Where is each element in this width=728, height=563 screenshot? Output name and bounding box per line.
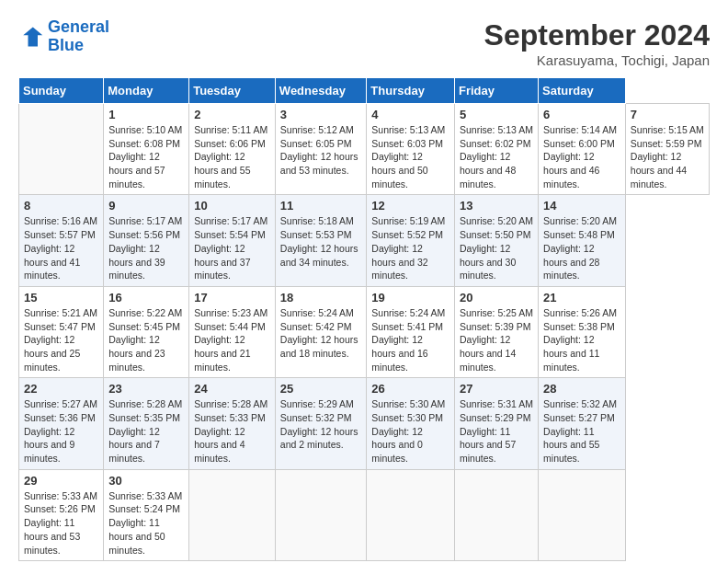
- header-tuesday: Tuesday: [189, 78, 276, 104]
- calendar-cell: 15Sunrise: 5:21 AMSunset: 5:47 PMDayligh…: [19, 286, 104, 377]
- day-number: 8: [24, 199, 98, 213]
- calendar-cell: 21Sunrise: 5:26 AMSunset: 5:38 PMDayligh…: [539, 286, 626, 377]
- calendar-cell: 11Sunrise: 5:18 AMSunset: 5:53 PMDayligh…: [275, 195, 367, 286]
- day-detail: Sunrise: 5:31 AMSunset: 5:29 PMDaylight:…: [460, 398, 533, 464]
- calendar-cell: 2Sunrise: 5:11 AMSunset: 6:06 PMDaylight…: [189, 104, 276, 195]
- svg-marker-0: [23, 27, 42, 46]
- day-number: 13: [460, 199, 533, 213]
- day-detail: Sunrise: 5:13 AMSunset: 6:02 PMDaylight:…: [460, 124, 533, 190]
- day-number: 12: [371, 199, 449, 213]
- day-number: 20: [460, 291, 533, 304]
- day-detail: Sunrise: 5:20 AMSunset: 5:50 PMDaylight:…: [460, 215, 533, 281]
- day-detail: Sunrise: 5:12 AMSunset: 6:05 PMDaylight:…: [280, 124, 358, 176]
- calendar-cell: 23Sunrise: 5:28 AMSunset: 5:35 PMDayligh…: [104, 378, 189, 469]
- day-number: 6: [543, 108, 620, 121]
- calendar-cell: 30Sunrise: 5:33 AMSunset: 5:24 PMDayligh…: [104, 469, 189, 560]
- day-number: 29: [24, 474, 98, 488]
- logo-text: General Blue: [48, 18, 109, 55]
- calendar-cell: [454, 469, 538, 560]
- header-monday: Monday: [104, 78, 189, 104]
- logo-line1: General: [48, 17, 109, 36]
- day-detail: Sunrise: 5:26 AMSunset: 5:38 PMDaylight:…: [543, 307, 617, 373]
- calendar-cell: 18Sunrise: 5:24 AMSunset: 5:42 PMDayligh…: [275, 286, 367, 377]
- day-detail: Sunrise: 5:33 AMSunset: 5:26 PMDaylight:…: [24, 490, 97, 556]
- day-detail: Sunrise: 5:18 AMSunset: 5:53 PMDaylight:…: [280, 215, 358, 267]
- calendar-cell: 19Sunrise: 5:24 AMSunset: 5:41 PMDayligh…: [367, 286, 455, 377]
- header-friday: Friday: [454, 78, 538, 104]
- title-block: September 2024 Karasuyama, Tochigi, Japa…: [484, 18, 710, 68]
- day-detail: Sunrise: 5:25 AMSunset: 5:39 PMDaylight:…: [460, 307, 533, 373]
- calendar-cell: 1Sunrise: 5:10 AMSunset: 6:08 PMDaylight…: [104, 104, 189, 195]
- day-detail: Sunrise: 5:23 AMSunset: 5:44 PMDaylight:…: [194, 307, 267, 373]
- page-header: General Blue September 2024 Karasuyama, …: [18, 18, 710, 68]
- calendar-cell: 27Sunrise: 5:31 AMSunset: 5:29 PMDayligh…: [454, 378, 538, 469]
- calendar-cell: 10Sunrise: 5:17 AMSunset: 5:54 PMDayligh…: [189, 195, 276, 286]
- calendar-week-row: 15Sunrise: 5:21 AMSunset: 5:47 PMDayligh…: [19, 286, 710, 377]
- day-detail: Sunrise: 5:22 AMSunset: 5:45 PMDaylight:…: [108, 307, 182, 373]
- day-detail: Sunrise: 5:28 AMSunset: 5:33 PMDaylight:…: [194, 398, 267, 464]
- day-detail: Sunrise: 5:10 AMSunset: 6:08 PMDaylight:…: [108, 124, 182, 190]
- calendar-cell: 14Sunrise: 5:20 AMSunset: 5:48 PMDayligh…: [539, 195, 626, 286]
- calendar-header-row: SundayMondayTuesdayWednesdayThursdayFrid…: [19, 78, 710, 104]
- calendar-cell: 6Sunrise: 5:14 AMSunset: 6:00 PMDaylight…: [539, 104, 626, 195]
- day-detail: Sunrise: 5:24 AMSunset: 5:42 PMDaylight:…: [280, 307, 358, 359]
- day-number: 2: [194, 108, 270, 121]
- calendar-week-row: 29Sunrise: 5:33 AMSunset: 5:26 PMDayligh…: [19, 469, 710, 560]
- calendar-cell: 24Sunrise: 5:28 AMSunset: 5:33 PMDayligh…: [189, 378, 276, 469]
- day-number: 21: [543, 291, 620, 304]
- day-detail: Sunrise: 5:15 AMSunset: 5:59 PMDaylight:…: [631, 124, 704, 190]
- logo: General Blue: [18, 18, 109, 55]
- day-detail: Sunrise: 5:11 AMSunset: 6:06 PMDaylight:…: [194, 124, 267, 190]
- calendar-cell: 22Sunrise: 5:27 AMSunset: 5:36 PMDayligh…: [19, 378, 104, 469]
- day-number: 26: [371, 382, 449, 396]
- calendar-cell: 25Sunrise: 5:29 AMSunset: 5:32 PMDayligh…: [275, 378, 367, 469]
- day-number: 16: [108, 291, 184, 304]
- day-detail: Sunrise: 5:27 AMSunset: 5:36 PMDaylight:…: [24, 398, 97, 464]
- calendar-cell: [189, 469, 276, 560]
- day-detail: Sunrise: 5:29 AMSunset: 5:32 PMDaylight:…: [280, 398, 358, 450]
- calendar-table: SundayMondayTuesdayWednesdayThursdayFrid…: [18, 77, 710, 561]
- day-number: 1: [108, 108, 184, 121]
- day-number: 4: [371, 108, 449, 121]
- day-detail: Sunrise: 5:24 AMSunset: 5:41 PMDaylight:…: [371, 307, 445, 373]
- day-number: 7: [631, 108, 704, 121]
- header-sunday: Sunday: [19, 78, 104, 104]
- calendar-cell: 4Sunrise: 5:13 AMSunset: 6:03 PMDaylight…: [367, 104, 455, 195]
- day-detail: Sunrise: 5:21 AMSunset: 5:47 PMDaylight:…: [24, 307, 97, 373]
- day-detail: Sunrise: 5:28 AMSunset: 5:35 PMDaylight:…: [108, 398, 182, 464]
- header-thursday: Thursday: [367, 78, 455, 104]
- calendar-cell: [367, 469, 455, 560]
- calendar-cell: 28Sunrise: 5:32 AMSunset: 5:27 PMDayligh…: [539, 378, 626, 469]
- calendar-cell: 26Sunrise: 5:30 AMSunset: 5:30 PMDayligh…: [367, 378, 455, 469]
- month-title: September 2024: [484, 18, 710, 52]
- logo-icon: [18, 24, 44, 50]
- header-saturday: Saturday: [539, 78, 626, 104]
- day-number: 23: [108, 382, 184, 396]
- day-number: 28: [543, 382, 620, 396]
- day-detail: Sunrise: 5:20 AMSunset: 5:48 PMDaylight:…: [543, 215, 617, 281]
- logo-line2: Blue: [48, 36, 84, 54]
- day-number: 3: [280, 108, 362, 121]
- calendar-cell: [539, 469, 626, 560]
- day-detail: Sunrise: 5:16 AMSunset: 5:57 PMDaylight:…: [24, 215, 97, 281]
- calendar-cell: 17Sunrise: 5:23 AMSunset: 5:44 PMDayligh…: [189, 286, 276, 377]
- calendar-cell: 8Sunrise: 5:16 AMSunset: 5:57 PMDaylight…: [19, 195, 104, 286]
- calendar-cell: 16Sunrise: 5:22 AMSunset: 5:45 PMDayligh…: [104, 286, 189, 377]
- day-detail: Sunrise: 5:13 AMSunset: 6:03 PMDaylight:…: [371, 124, 445, 190]
- calendar-cell: [275, 469, 367, 560]
- location-subtitle: Karasuyama, Tochigi, Japan: [484, 52, 710, 68]
- day-number: 5: [460, 108, 533, 121]
- day-number: 24: [194, 382, 270, 396]
- day-number: 27: [460, 382, 533, 396]
- day-number: 17: [194, 291, 270, 304]
- day-number: 15: [24, 291, 98, 304]
- day-number: 11: [280, 199, 362, 213]
- calendar-cell: 5Sunrise: 5:13 AMSunset: 6:02 PMDaylight…: [454, 104, 538, 195]
- day-number: 9: [108, 199, 184, 213]
- day-detail: Sunrise: 5:32 AMSunset: 5:27 PMDaylight:…: [543, 398, 617, 464]
- day-number: 10: [194, 199, 270, 213]
- day-number: 14: [543, 199, 620, 213]
- calendar-cell: 20Sunrise: 5:25 AMSunset: 5:39 PMDayligh…: [454, 286, 538, 377]
- calendar-week-row: 1Sunrise: 5:10 AMSunset: 6:08 PMDaylight…: [19, 104, 710, 195]
- calendar-cell: 29Sunrise: 5:33 AMSunset: 5:26 PMDayligh…: [19, 469, 104, 560]
